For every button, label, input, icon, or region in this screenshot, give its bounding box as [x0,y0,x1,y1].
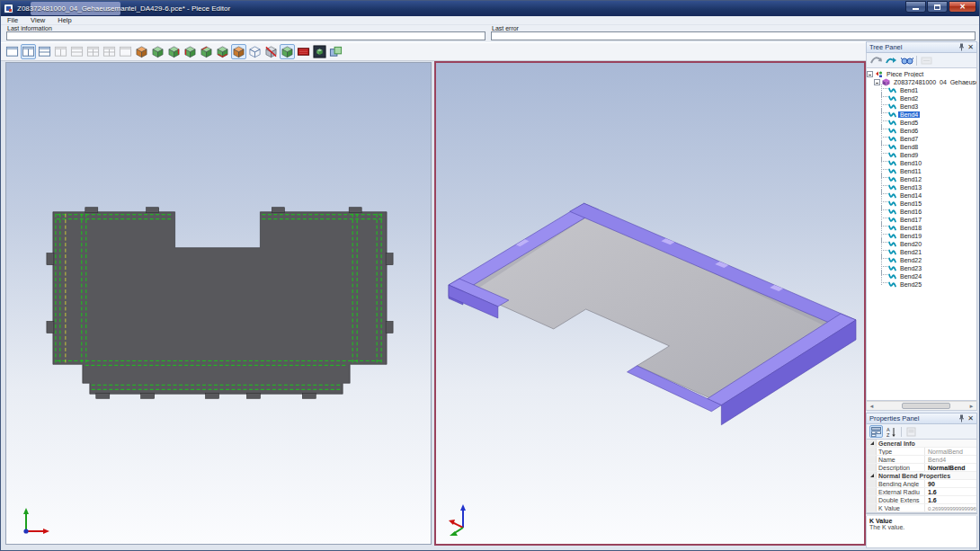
prop-value[interactable]: Bend4 [925,457,976,463]
viewport-3d-folded[interactable] [434,61,866,546]
tree-pin-icon[interactable] [958,43,965,51]
bend-icon [888,233,896,239]
prop-value[interactable]: 0.26999999999999691 [925,505,976,511]
toolbar-button-material-view[interactable] [296,44,311,59]
viewport-flat-pattern[interactable] [5,62,432,545]
prop-category-normal-bend-properties[interactable]: Normal Bend Properties [867,472,976,480]
collapse-icon[interactable] [874,79,880,85]
prop-row-double-extens[interactable]: Double Extens 1.6 [867,496,976,504]
prop-value[interactable]: 1.6 [925,497,976,503]
toolbar-button-compare-views[interactable] [328,44,343,59]
tree-connector [881,198,887,202]
prop-category-general-info[interactable]: General Info [867,440,976,448]
last-information-group: Last information [6,25,486,40]
category-collapse-icon[interactable] [867,440,877,447]
toolbar-button-show-bend-zone-top[interactable] [199,44,214,59]
folded-part-drawing[interactable] [436,63,864,544]
scroll-right-arrow-icon[interactable]: ► [967,402,976,410]
bend-icon [888,249,896,255]
toolbar-button-show-bend-zone-right[interactable] [166,44,182,59]
toolbar-button-show-solid-orange[interactable] [134,44,149,59]
property-pages-icon [906,427,916,437]
prop-row-description[interactable]: Description NormalBend [867,464,976,472]
toolbar-button-show-shaded[interactable] [280,44,295,59]
flat-pattern-sheet[interactable] [53,212,387,395]
close-button[interactable]: ✕ [949,1,976,13]
scrollbar-thumb[interactable] [902,403,950,409]
toolbar-button-dark-preview[interactable] [312,44,327,59]
toolbar-button-show-solid-green[interactable] [150,44,165,59]
tree-item-label: Bend9 [898,152,920,158]
axis-triad-2d [19,504,51,537]
tree-panel-toolbar [866,53,977,68]
prop-row-name[interactable]: Name Bend4 [867,456,976,464]
toolbar-button-view-layout-7[interactable] [102,44,117,59]
tree-connector [881,238,887,243]
tree-item-piece-project[interactable]: Piece Project [867,70,976,78]
last-information-field[interactable] [6,31,486,40]
collapse-icon[interactable] [867,71,873,77]
tree-horizontal-scrollbar[interactable]: ◄ ► [866,401,977,411]
bend-tool-button[interactable] [885,54,898,67]
row-gutter [867,464,877,471]
toolbar-button-show-bend-zone-left[interactable] [183,44,198,59]
toolbar-button-show-solid-current[interactable] [231,44,246,59]
toolbar-button-view-layout-4[interactable] [53,44,68,59]
flat-pattern-drawing[interactable] [6,63,431,544]
property-pages-button[interactable] [904,425,918,438]
unfold-tool-button[interactable] [869,54,883,67]
toolbar-button-view-layout-5[interactable] [69,44,85,59]
toolbar-button-view-single[interactable] [4,44,20,59]
toolbar-button-show-wireframe[interactable] [247,44,263,59]
tree-connector [881,125,887,129]
properties-panel-header: Properties Panel ✕ [866,413,977,424]
dark-view-icon [313,45,326,58]
tree-item-bend25[interactable]: Bend25 [867,280,976,289]
maximize-button[interactable] [927,1,948,13]
tree-connector [881,279,887,283]
toolbar-button-view-split-horizontal[interactable] [37,44,52,59]
row-gutter [867,456,877,463]
tree-item-label: Bend15 [898,200,923,207]
menu-item-file[interactable]: File [1,16,24,24]
properties-close-icon[interactable]: ✕ [967,415,974,422]
properties-pin-icon[interactable] [958,414,965,422]
toolbar-button-hide-solid[interactable] [263,44,279,59]
tree-connector [881,93,887,97]
toolbar-button-view-layout-8[interactable] [118,44,133,59]
prop-value[interactable]: NormalBend [925,465,976,471]
bend-icon [888,136,896,142]
categorized-view-button[interactable] [869,425,883,438]
tree-item-label: Bend13 [898,184,923,191]
alphabetical-view-button[interactable]: AZ [885,425,898,438]
category-collapse-icon[interactable] [867,472,877,479]
view-glasses-button[interactable] [900,54,913,67]
tree-connector [881,117,887,121]
toolbar-button-view-layout-6[interactable] [85,44,101,59]
prop-row-k-value[interactable]: K Value 0.26999999999999691 [867,504,976,512]
scroll-left-arrow-icon[interactable]: ◄ [867,402,877,410]
prop-value[interactable]: NormalBend [925,449,976,455]
menu-item-help[interactable]: Help [51,16,77,24]
menu-item-view[interactable]: View [24,16,51,24]
prop-row-bending-angle[interactable]: Bending Angle 90 [867,480,976,488]
toolbar-button-show-bend-zone-bottom[interactable] [215,44,230,59]
last-error-field[interactable] [491,31,976,40]
prop-row-external-radiu[interactable]: External Radiu 1.6 [867,488,976,496]
row-gutter [867,480,877,487]
tree-close-icon[interactable]: ✕ [967,44,974,51]
tree-panel-title: Tree Panel [869,43,956,51]
cube-green-icon [151,45,165,58]
prop-row-type[interactable]: Type NormalBend [867,448,976,456]
tree-item-label: Bend12 [898,176,923,182]
prop-value[interactable]: 90 [925,481,976,487]
minimize-button[interactable] [905,1,926,13]
last-error-label: Last error [492,25,976,31]
toolbar-button-view-split-vertical[interactable] [21,44,36,59]
tree-connector [881,271,887,275]
prop-label: Name [877,456,925,463]
extra-tool-button[interactable] [920,54,933,67]
prop-value[interactable]: 1.6 [925,489,976,495]
svg-text:Z: Z [886,432,890,437]
win-split-v-icon [22,45,35,58]
